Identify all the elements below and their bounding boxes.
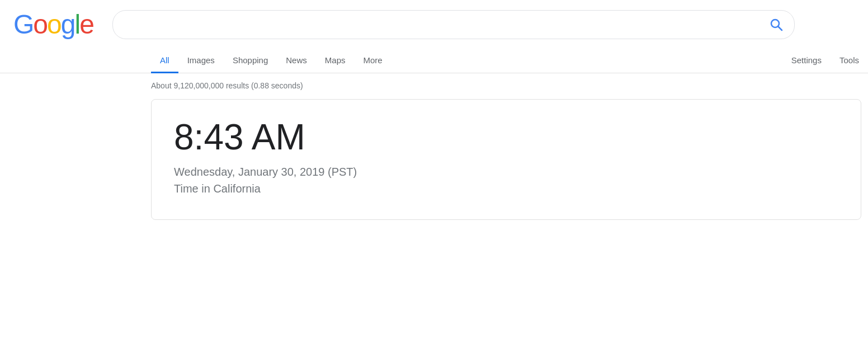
tab-shopping[interactable]: Shopping (224, 49, 277, 73)
tab-news[interactable]: News (277, 49, 316, 73)
date-line: Wednesday, January 30, 2019 (PST) (174, 163, 838, 180)
logo-letter-g2: g (61, 10, 75, 39)
results-count: About 9,120,000,000 results (0.88 second… (151, 81, 868, 90)
answer-card: 8:43 AM Wednesday, January 30, 2019 (PST… (151, 99, 861, 220)
logo-letter-e: e (79, 10, 93, 39)
svg-line-1 (778, 26, 782, 30)
tab-all[interactable]: All (151, 49, 178, 73)
results-area: About 9,120,000,000 results (0.88 second… (0, 73, 868, 220)
tab-settings[interactable]: Settings (782, 49, 831, 73)
nav-tabs: All Images Shopping News Maps More Setti… (0, 44, 868, 73)
nav-right: Settings Tools (782, 49, 868, 73)
logo-letter-l: l (74, 10, 79, 39)
search-icon (770, 18, 783, 31)
tab-tools[interactable]: Tools (831, 49, 868, 73)
tab-more[interactable]: More (354, 49, 391, 73)
logo-letter-o2: o (47, 10, 61, 39)
search-button[interactable] (767, 16, 785, 34)
tab-maps[interactable]: Maps (316, 49, 355, 73)
search-bar: what time is in california (112, 10, 795, 39)
tab-images[interactable]: Images (178, 49, 224, 73)
time-display: 8:43 AM (174, 118, 838, 157)
logo-letter-o1: o (33, 10, 47, 39)
logo-letter-g: G (13, 10, 33, 39)
search-input[interactable]: what time is in california (122, 18, 767, 31)
location-line: Time in California (174, 180, 838, 197)
header: Google what time is in california (0, 0, 868, 40)
google-logo[interactable]: Google (13, 9, 93, 40)
search-bar-wrapper: what time is in california (112, 10, 795, 39)
